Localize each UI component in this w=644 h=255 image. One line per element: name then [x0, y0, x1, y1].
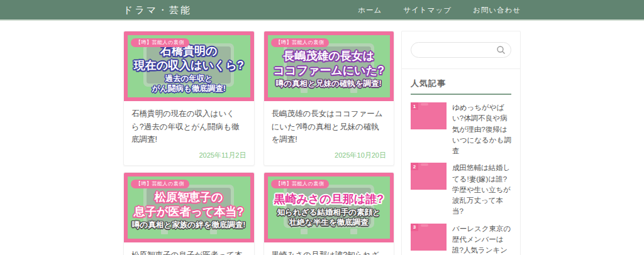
ribbon-icon	[421, 103, 428, 106]
article-card: 【噂】芸能人の裏側 石橋貴明の 現在の収入はいくら? 過去の年収と がん闘病も徹…	[123, 31, 255, 166]
article-body: 黒崎みさの旦那は誰?知られざる結婚相手の素顔と壮絶な半生を徹底調査 2025年9…	[264, 242, 394, 255]
category-badge[interactable]: 【噂】芸能人の裏側	[131, 38, 189, 47]
popular-article-title: バーレスク東京の歴代メンバーは誰?人気ランキングも徹底調査!!	[452, 224, 511, 255]
search-widget	[402, 31, 520, 68]
article-body: 長嶋茂雄の長女はココファームにいた?噂の真相と兄妹の確執を調査! 2025年10…	[264, 101, 394, 165]
article-grid: 【噂】芸能人の裏側 石橋貴明の 現在の収入はいくら? 過去の年収と がん闘病も徹…	[123, 31, 394, 255]
category-badge[interactable]: 【噂】芸能人の裏側	[271, 180, 330, 188]
article-card: 【噂】芸能人の裏側 長嶋茂雄の長女は ココファームにいた? 噂の真相と兄妹の確執…	[264, 31, 395, 166]
article-thumbnail[interactable]: 【噂】芸能人の裏側 黒崎みさの旦那は誰? 知られざる結婚相手の素顔と 壮絶な半生…	[264, 173, 394, 242]
popular-article-item[interactable]: ゆめっちがやばい?体調不良や病気が理由?復帰はいつになるかも調査 1 ゆめっちが…	[411, 102, 511, 156]
content-area: 【噂】芸能人の裏側 石橋貴明の 現在の収入はいくら? 過去の年収と がん闘病も徹…	[123, 31, 521, 255]
rank-badge: 3	[411, 224, 418, 231]
article-thumbnail[interactable]: 【噂】芸能人の裏側 長嶋茂雄の長女は ココファームにいた? 噂の真相と兄妹の確執…	[264, 31, 394, 101]
article-card: 【噂】芸能人の裏側 黒崎みさの旦那は誰? 知られざる結婚相手の素顔と 壮絶な半生…	[264, 172, 395, 255]
sidebar-widgets: 人気記事 ゆめっちがやばい?体調不良や病気が理由?復帰はいつになるかも調査 1 …	[401, 31, 521, 255]
article-body: 松原智恵子の息子が医者って本当?噂の真相と家族の絆を徹底調査! 2025年10月…	[124, 242, 254, 255]
popular-article-title: ゆめっちがやばい?体調不良や病気が理由?復帰はいつになるかも調査	[452, 102, 511, 156]
popular-article-item[interactable]: バーレスク東京の歴代メンバーは誰?人気ランキングも徹底調査!! 3 バーレスク東…	[411, 224, 511, 255]
ribbon-icon	[421, 163, 428, 166]
popular-thumbnail: バーレスク東京の歴代メンバーは誰?人気ランキングも徹底調査!! 3	[411, 224, 447, 251]
rank-badge: 2	[411, 163, 418, 170]
article-title-link[interactable]: 黒崎みさの旦那は誰?知られざる結婚相手の素顔と壮絶な半生を徹底調査	[272, 249, 387, 255]
popular-thumbnail: ゆめっちがやばい?体調不良や病気が理由?復帰はいつになるかも調査 1	[411, 102, 447, 129]
article-date: 2025年11月2日	[131, 151, 247, 160]
thumbnail-art: 【噂】芸能人の裏側 黒崎みさの旦那は誰? 知られざる結婚相手の素顔と 壮絶な半生…	[268, 176, 391, 239]
popular-thumbnail: 成田悠輔は結婚してる!妻(嫁)は誰?学歴や生い立ちが波乱万丈って本当? 2	[411, 163, 447, 190]
thumbnail-art: 【噂】芸能人の裏側 松原智恵子の 息子が医者って本当? 噂の真相と家族の絆を徹底…	[128, 176, 250, 239]
search-icon[interactable]	[496, 45, 506, 55]
nav-contact[interactable]: お問い合わせ	[473, 6, 521, 15]
category-badge[interactable]: 【噂】芸能人の裏側	[131, 180, 189, 188]
popular-article-title: 成田悠輔は結婚してる!妻(嫁)は誰?学歴や生い立ちが波乱万丈って本当?	[452, 163, 511, 217]
popular-article-item[interactable]: 成田悠輔は結婚してる!妻(嫁)は誰?学歴や生い立ちが波乱万丈って本当? 2 成田…	[411, 163, 511, 217]
article-date: 2025年10月20日	[272, 151, 387, 160]
category-badge[interactable]: 【噂】芸能人の裏側	[271, 38, 330, 47]
article-title-link[interactable]: 長嶋茂雄の長女はココファームにいた?噂の真相と兄妹の確執を調査!	[272, 107, 387, 146]
rank-badge: 1	[411, 102, 418, 110]
site-title[interactable]: ドラマ・芸能	[123, 4, 192, 16]
main-nav: ホーム サイトマップ お問い合わせ	[358, 6, 521, 15]
popular-widget: 人気記事 ゆめっちがやばい?体調不良や病気が理由?復帰はいつになるかも調査 1 …	[402, 69, 520, 255]
article-thumbnail[interactable]: 【噂】芸能人の裏側 松原智恵子の 息子が医者って本当? 噂の真相と家族の絆を徹底…	[124, 173, 254, 242]
nav-sitemap[interactable]: サイトマップ	[403, 6, 452, 15]
ribbon-icon	[421, 224, 428, 227]
site-header: ドラマ・芸能 ホーム サイトマップ お問い合わせ	[0, 0, 644, 21]
thumbnail-art: 【噂】芸能人の裏側 石橋貴明の 現在の収入はいくら? 過去の年収と がん闘病も徹…	[128, 35, 250, 97]
sidebar: 人気記事 ゆめっちがやばい?体調不良や病気が理由?復帰はいつになるかも調査 1 …	[401, 31, 521, 255]
article-title-link[interactable]: 石橋貴明の現在の収入はいくら?過去の年収とがん闘病も徹底調査!	[131, 107, 247, 146]
article-card: 【噂】芸能人の裏側 松原智恵子の 息子が医者って本当? 噂の真相と家族の絆を徹底…	[123, 172, 255, 255]
article-body: 石橋貴明の現在の収入はいくら?過去の年収とがん闘病も徹底調査! 2025年11月…	[124, 101, 254, 165]
article-title-link[interactable]: 松原智恵子の息子が医者って本当?噂の真相と家族の絆を徹底調査!	[131, 249, 247, 255]
popular-heading: 人気記事	[411, 78, 511, 95]
thumbnail-art: 【噂】芸能人の裏側 長嶋茂雄の長女は ココファームにいた? 噂の真相と兄妹の確執…	[268, 35, 391, 97]
article-thumbnail[interactable]: 【噂】芸能人の裏側 石橋貴明の 現在の収入はいくら? 過去の年収と がん闘病も徹…	[124, 31, 254, 101]
search-box	[411, 42, 511, 58]
nav-home[interactable]: ホーム	[358, 6, 382, 15]
